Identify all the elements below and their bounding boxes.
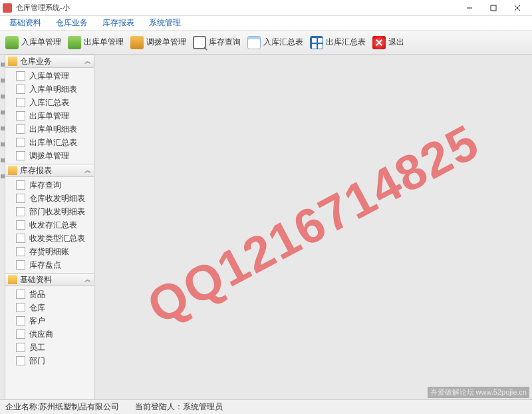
sidebar-item-employees[interactable]: 员工: [5, 341, 94, 354]
status-company: 企业名称:苏州纸塑制品有限公司: [5, 401, 119, 413]
company-value: 苏州纸塑制品有限公司: [39, 402, 119, 411]
item-label: 货品: [29, 289, 45, 300]
item-icon: [16, 98, 25, 107]
gutter-icon: [1, 126, 5, 130]
toolbar-transfer-manage[interactable]: 调拨单管理: [130, 36, 186, 49]
toolbar-inventory-query[interactable]: 库存查询: [193, 36, 241, 49]
toolbar-label: 入库汇总表: [263, 37, 303, 48]
sidebar-item-outbound-manage[interactable]: 出库单管理: [5, 109, 94, 122]
sidebar-item-outbound-detail[interactable]: 出库单明细表: [5, 122, 94, 136]
sidebar-item-outbound-summary[interactable]: 出库单汇总表: [5, 136, 94, 149]
sidebar-item-txn-type-summary[interactable]: 收发类型汇总表: [5, 232, 94, 245]
item-icon: [16, 207, 25, 216]
item-label: 仓库: [29, 302, 45, 313]
status-user: 当前登陆人：系统管理员: [135, 401, 223, 413]
folder-icon: [8, 57, 17, 66]
folder-icon: [8, 275, 17, 284]
search-icon: [193, 36, 206, 49]
toolbar-exit[interactable]: 退出: [372, 36, 404, 49]
inbound-icon: [5, 36, 19, 49]
sidebar-item-stock-ledger[interactable]: 存货明细账: [5, 245, 94, 258]
window-title: 仓库管理系统-小: [16, 3, 458, 13]
main-area: QQ1216714825: [94, 55, 532, 399]
left-gutter: [0, 55, 5, 399]
gutter-icon: [1, 158, 5, 162]
item-label: 库存盘点: [29, 260, 61, 271]
item-icon: [16, 234, 25, 243]
menu-bar: 基础资料 仓库业务 库存报表 系统管理: [0, 16, 532, 31]
item-label: 入库单管理: [29, 71, 69, 82]
sheet-icon: [247, 36, 261, 49]
table-icon: [310, 36, 323, 49]
item-icon: [16, 71, 25, 81]
toolbar-outbound-summary[interactable]: 出库汇总表: [310, 36, 366, 49]
sidebar-item-transfer-manage[interactable]: 调拨单管理: [5, 149, 94, 162]
toolbar-outbound-manage[interactable]: 出库单管理: [68, 36, 124, 49]
menu-warehouse-ops[interactable]: 仓库业务: [56, 17, 88, 29]
panel-header-warehouse-ops[interactable]: 仓库业务 ︽: [5, 55, 94, 68]
toolbar-label: 出库单管理: [84, 37, 124, 48]
item-icon: [16, 316, 25, 325]
app-icon: [3, 3, 12, 13]
minimize-button[interactable]: [458, 1, 481, 15]
chevron-up-icon: ︽: [84, 57, 91, 66]
toolbar-label: 调拨单管理: [146, 37, 186, 48]
folder-icon: [8, 166, 17, 175]
sidebar-item-products[interactable]: 货品: [5, 288, 94, 301]
toolbar-inbound-manage[interactable]: 入库单管理: [5, 36, 61, 49]
panel-title: 库存报表: [20, 165, 84, 176]
sidebar-item-departments[interactable]: 部门: [5, 354, 94, 367]
gutter-icon: [1, 142, 5, 146]
item-icon: [16, 111, 25, 120]
sidebar-item-inventory-query[interactable]: 库存查询: [5, 178, 94, 192]
sidebar-item-warehouses[interactable]: 仓库: [5, 301, 94, 314]
item-label: 收发存汇总表: [29, 220, 77, 231]
gutter-icon: [1, 95, 5, 99]
panel-header-basic-data[interactable]: 基础资料 ︽: [5, 273, 94, 286]
item-icon: [16, 356, 25, 365]
item-label: 入库汇总表: [29, 97, 69, 108]
sidebar-item-inbound-detail[interactable]: 入库单明细表: [5, 83, 94, 96]
panel-header-inventory-reports[interactable]: 库存报表 ︽: [5, 164, 94, 177]
sidebar-item-txn-summary[interactable]: 收发存汇总表: [5, 218, 94, 232]
item-icon: [16, 247, 25, 256]
sidebar-item-customers[interactable]: 客户: [5, 314, 94, 327]
user-label: 当前登陆人：: [135, 402, 183, 411]
toolbar-inbound-summary[interactable]: 入库汇总表: [247, 36, 303, 49]
item-label: 入库单明细表: [29, 84, 77, 95]
status-bar: 企业名称:苏州纸塑制品有限公司 当前登陆人：系统管理员: [0, 399, 532, 414]
item-icon: [16, 343, 25, 352]
sidebar-item-inbound-manage[interactable]: 入库单管理: [5, 69, 94, 83]
toolbar-label: 出库汇总表: [326, 37, 366, 48]
exit-icon: [372, 36, 386, 49]
item-icon: [16, 290, 25, 299]
gutter-icon: [1, 63, 5, 67]
maximize-button[interactable]: [481, 1, 505, 15]
item-label: 收发类型汇总表: [29, 233, 85, 244]
sidebar-item-warehouse-txn-detail[interactable]: 仓库收发明细表: [5, 192, 94, 205]
sidebar-item-dept-txn-detail[interactable]: 部门收发明细表: [5, 205, 94, 218]
item-icon: [16, 124, 25, 134]
workspace: 仓库业务 ︽ 入库单管理 入库单明细表 入库汇总表 出库单管理 出库单明细表 出…: [0, 55, 532, 399]
item-icon: [16, 194, 25, 203]
title-bar: 仓库管理系统-小: [0, 0, 532, 16]
sidebar: 仓库业务 ︽ 入库单管理 入库单明细表 入库汇总表 出库单管理 出库单明细表 出…: [5, 55, 94, 399]
outbound-icon: [68, 36, 81, 49]
chevron-up-icon: ︽: [84, 166, 91, 175]
item-label: 出库单明细表: [29, 124, 77, 135]
toolbar-label: 退出: [388, 37, 404, 48]
sidebar-item-suppliers[interactable]: 供应商: [5, 327, 94, 341]
window-buttons: [458, 1, 529, 15]
item-label: 出库单汇总表: [29, 137, 77, 148]
menu-basic-data[interactable]: 基础资料: [9, 17, 41, 29]
menu-inventory-reports[interactable]: 库存报表: [102, 17, 134, 29]
item-icon: [16, 329, 25, 339]
item-label: 客户: [29, 315, 45, 327]
item-icon: [16, 220, 25, 230]
panel-title: 基础资料: [20, 274, 84, 286]
sidebar-item-stock-count[interactable]: 库存盘点: [5, 258, 94, 272]
sidebar-item-inbound-summary[interactable]: 入库汇总表: [5, 96, 94, 109]
item-icon: [16, 138, 25, 147]
close-button[interactable]: [505, 1, 529, 15]
menu-system-management[interactable]: 系统管理: [149, 17, 181, 29]
